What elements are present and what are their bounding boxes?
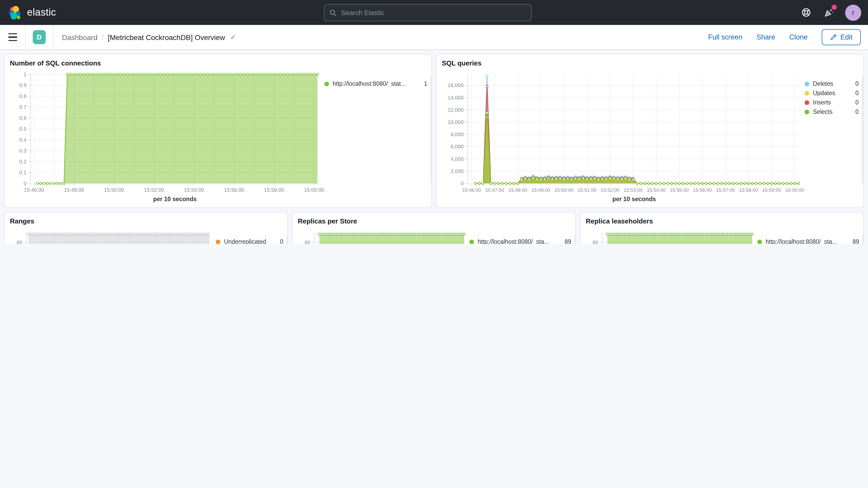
pencil-icon <box>830 34 837 40</box>
svg-text:0.3: 0.3 <box>19 148 27 154</box>
header-right-controls: r <box>800 0 868 25</box>
nav-bar: D Dashboard / [Metricbeat CockroachDB] O… <box>0 25 868 50</box>
legend-label: http://localhost:8080/_stat... <box>333 81 406 87</box>
legend-value: 0 <box>851 81 859 87</box>
legend-item[interactable]: Updates0 <box>805 90 859 96</box>
svg-text:6,000: 6,000 <box>451 144 464 149</box>
panel-title[interactable]: Replica leaseholders <box>586 217 858 226</box>
legend-dot-icon <box>469 239 474 244</box>
full-screen-link[interactable]: Full screen <box>708 33 742 41</box>
dashboard-actions: Full screen Share Clone Edit <box>708 29 868 45</box>
svg-text:15:47:00: 15:47:00 <box>485 187 504 193</box>
edit-button[interactable]: Edit <box>822 29 861 45</box>
svg-text:15:54:00: 15:54:00 <box>647 187 665 193</box>
legend-label: Updates <box>813 90 835 96</box>
menu-icon[interactable] <box>0 25 26 49</box>
panel-sql_queries: SQL queries02,0004,0006,0008,00010,00012… <box>436 54 864 208</box>
svg-text:15:48:00: 15:48:00 <box>508 187 527 193</box>
svg-text:0.5: 0.5 <box>19 126 27 132</box>
share-link[interactable]: Share <box>756 33 775 41</box>
legend-dot-icon <box>216 239 220 244</box>
legend-scrollbar[interactable] <box>574 234 576 244</box>
legend-scrollbar[interactable] <box>862 77 863 183</box>
svg-text:15:56:00: 15:56:00 <box>224 187 244 193</box>
svg-text:0.2: 0.2 <box>19 159 27 164</box>
legend-dot-icon <box>805 91 809 95</box>
svg-text:15:50:00: 15:50:00 <box>104 187 124 193</box>
chart-legend: http://localhost:8080/_sta...89 <box>757 227 864 244</box>
legend-value: 89 <box>560 239 571 244</box>
legend-value: 0 <box>276 239 283 244</box>
chart-plot-ranges: 0102030405060708015:46:0015:48:0015:50:0… <box>10 227 216 244</box>
panel-replica_leaseholders: Replica leaseholders0102030405060708015:… <box>580 212 864 244</box>
legend-dot-icon <box>805 100 809 105</box>
svg-text:80: 80 <box>592 240 598 244</box>
panel-title[interactable]: SQL queries <box>442 59 858 68</box>
panel-title[interactable]: Number of SQL connections <box>10 59 426 68</box>
svg-text:per 10 seconds: per 10 seconds <box>612 196 656 203</box>
legend-label: http://localhost:8080/_sta... <box>766 239 837 244</box>
panel-ranges: Ranges0102030405060708015:46:0015:48:001… <box>4 212 288 244</box>
search-icon <box>330 9 337 17</box>
legend-item[interactable]: http://localhost:8080/_sta...89 <box>757 239 859 244</box>
legend-label: Deletes <box>813 81 833 87</box>
svg-text:4,000: 4,000 <box>451 156 464 162</box>
legend-item[interactable]: Underreplicated0 <box>216 239 283 244</box>
news-feed-icon[interactable] <box>823 7 834 18</box>
svg-text:0.4: 0.4 <box>19 137 27 143</box>
svg-text:1: 1 <box>24 71 27 77</box>
global-search-box[interactable]: Search Elastic <box>324 4 532 21</box>
chart-plot-sql_queries: 02,0004,0006,0008,00010,00012,00014,0001… <box>442 69 805 206</box>
svg-text:0.9: 0.9 <box>19 82 27 88</box>
logo-wordmark: elastic <box>27 7 56 18</box>
legend-scrollbar[interactable] <box>862 234 864 244</box>
svg-text:0.7: 0.7 <box>19 104 27 110</box>
chart-legend: http://localhost:8080/_sta...89 <box>469 227 576 244</box>
legend-label: Underreplicated <box>224 239 266 244</box>
svg-text:80: 80 <box>17 240 22 244</box>
panel-title[interactable]: Ranges <box>10 217 282 226</box>
legend-item[interactable]: Selects0 <box>805 109 859 115</box>
legend-dot-icon <box>805 81 809 86</box>
svg-text:2,000: 2,000 <box>451 169 464 174</box>
svg-text:15:58:00: 15:58:00 <box>739 187 758 193</box>
legend-value: 0 <box>851 99 859 105</box>
legend-scrollbar[interactable] <box>430 77 432 183</box>
svg-text:8,000: 8,000 <box>451 131 464 137</box>
notification-dot <box>832 5 837 10</box>
elastic-logo[interactable]: elastic <box>0 5 111 20</box>
svg-text:15:55:00: 15:55:00 <box>670 187 689 193</box>
svg-text:0.8: 0.8 <box>19 93 27 99</box>
legend-value: 1 <box>420 81 427 87</box>
svg-text:15:50:00: 15:50:00 <box>555 187 573 193</box>
chart-plot-replicas_store: 0102030405060708015:46:0015:49:0015:52:0… <box>298 227 469 244</box>
legend-value: 0 <box>851 90 859 96</box>
legend-item[interactable]: Inserts0 <box>805 99 859 105</box>
svg-text:15:58:00: 15:58:00 <box>264 187 284 193</box>
panel-title[interactable]: Replicas per Store <box>298 217 570 226</box>
breadcrumb-separator: / <box>102 33 104 41</box>
svg-text:14,000: 14,000 <box>448 95 464 100</box>
svg-text:10,000: 10,000 <box>448 119 464 125</box>
space-badge[interactable]: D <box>33 30 46 44</box>
help-icon[interactable] <box>800 7 812 18</box>
legend-label: Selects <box>813 109 832 115</box>
app-window: elastic Search Elastic <box>0 0 868 244</box>
svg-text:15:54:00: 15:54:00 <box>184 187 204 193</box>
legend-label: Inserts <box>813 99 831 105</box>
legend-item[interactable]: http://localhost:8080/_stat...1 <box>324 81 427 87</box>
svg-text:15:49:00: 15:49:00 <box>531 187 550 193</box>
legend-item[interactable]: Deletes0 <box>805 81 859 87</box>
breadcrumb-dashboard-link[interactable]: Dashboard <box>62 33 97 41</box>
svg-text:15:46:00: 15:46:00 <box>24 187 44 193</box>
chart-legend: Deletes0Updates0Inserts0Selects0 <box>805 69 864 206</box>
svg-text:0.1: 0.1 <box>19 170 27 175</box>
legend-item[interactable]: http://localhost:8080/_sta...89 <box>469 239 571 244</box>
svg-text:15:56:00: 15:56:00 <box>693 187 712 193</box>
svg-text:15:46:00: 15:46:00 <box>462 187 481 193</box>
user-avatar[interactable]: r <box>845 4 861 21</box>
saved-check-icon[interactable]: ✓ <box>230 33 236 41</box>
dashboard-grid: Number of SQL connections00.10.20.30.40.… <box>0 50 868 244</box>
legend-scrollbar[interactable] <box>286 234 288 244</box>
clone-link[interactable]: Clone <box>789 33 808 41</box>
